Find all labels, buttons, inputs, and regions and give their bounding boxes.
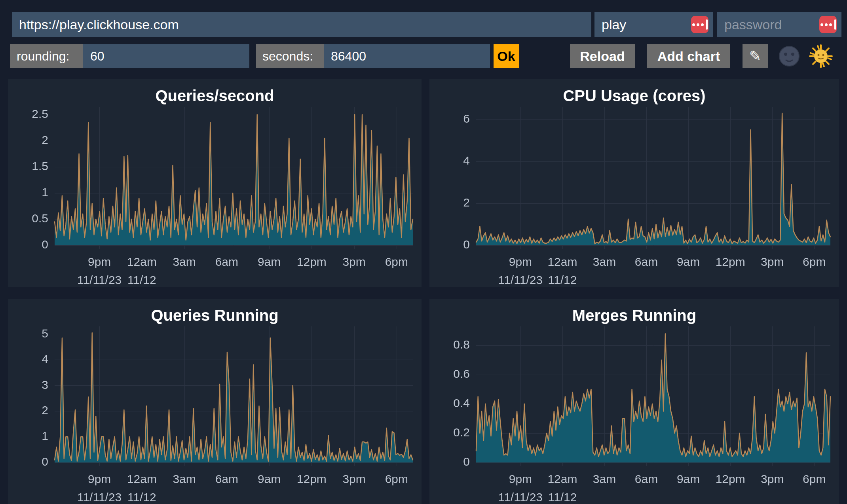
dot-icon — [692, 23, 695, 26]
moon-face-icon — [778, 45, 800, 67]
chart-canvas-queries-per-second[interactable] — [8, 79, 422, 287]
chart-card-merges-running: Merges Running — [429, 299, 839, 504]
caret-icon — [834, 19, 836, 30]
ok-button[interactable]: Ok — [494, 44, 519, 68]
rounding-label: rounding: — [10, 44, 83, 68]
dot-icon — [825, 23, 828, 26]
edit-charts-button[interactable]: ✎ — [743, 44, 768, 68]
dashboard-page: rounding: seconds: Ok Reload Add chart ✎ — [0, 0, 847, 504]
chart-canvas-cpu-usage[interactable] — [429, 79, 839, 287]
light-theme-button[interactable] — [809, 44, 833, 68]
dot-icon — [701, 23, 704, 26]
chart-card-queries-running: Queries Running — [8, 299, 422, 504]
chart-canvas-merges-running[interactable] — [429, 299, 839, 504]
dot-icon — [829, 23, 832, 26]
chart-card-queries-per-second: Queries/second — [8, 79, 422, 287]
seconds-input[interactable] — [324, 44, 490, 68]
dark-theme-button[interactable] — [778, 45, 800, 67]
add-chart-button[interactable]: Add chart — [647, 44, 730, 68]
chart-card-cpu-usage: CPU Usage (cores) — [429, 79, 839, 287]
password-manager-autofill-icon[interactable] — [691, 16, 708, 33]
dot-icon — [697, 23, 699, 26]
chart-canvas-queries-running[interactable] — [8, 299, 422, 504]
password-manager-autofill-icon[interactable] — [819, 16, 837, 33]
reload-button[interactable]: Reload — [570, 44, 635, 68]
caret-icon — [706, 19, 708, 30]
url-input[interactable] — [12, 12, 591, 37]
rounding-input[interactable] — [83, 44, 249, 68]
pencil-icon: ✎ — [749, 48, 761, 64]
sun-face-icon — [809, 44, 833, 68]
seconds-label: seconds: — [256, 44, 324, 68]
dot-icon — [820, 23, 823, 26]
